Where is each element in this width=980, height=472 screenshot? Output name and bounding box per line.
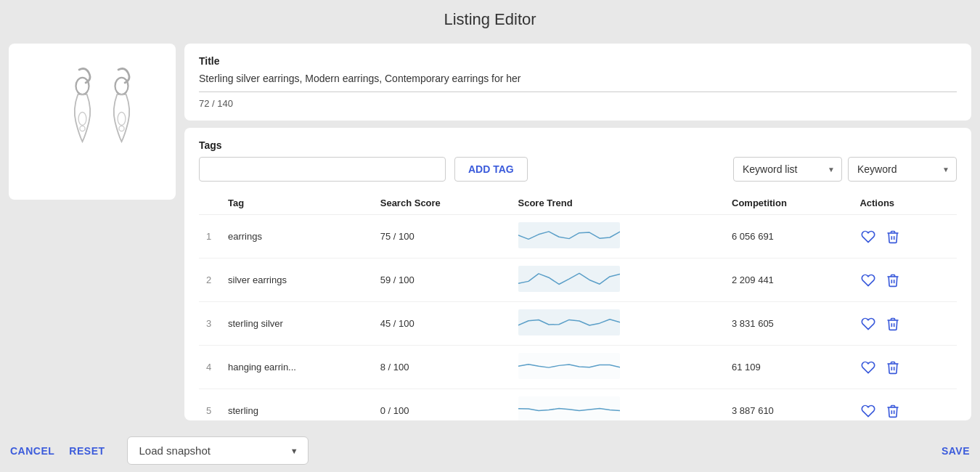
svg-point-4 [118, 112, 126, 125]
save-button[interactable]: SAVE [942, 445, 970, 457]
snapshot-select-wrapper: Load snapshot [127, 436, 309, 465]
row-num: 2 [199, 259, 221, 302]
delete-button[interactable] [884, 228, 902, 245]
row-tag: earrings [221, 215, 373, 259]
row-score: 75 / 100 [373, 215, 511, 259]
svg-point-1 [78, 112, 86, 125]
delete-button[interactable] [884, 315, 902, 333]
bottom-bar: CANCEL RESET Load snapshot SAVE [0, 429, 980, 472]
row-tag: hanging earrin... [221, 346, 373, 389]
delete-button[interactable] [884, 359, 902, 376]
keyword-wrapper: Keyword [848, 157, 957, 182]
row-score: 0 / 100 [373, 389, 511, 421]
favorite-button[interactable] [859, 402, 877, 420]
keyword-select[interactable]: Keyword [848, 157, 957, 182]
selects-group: Keyword list Keyword [733, 157, 957, 182]
row-tag: sterling [221, 389, 373, 421]
row-score: 8 / 100 [373, 346, 511, 389]
row-score: 45 / 100 [373, 302, 511, 346]
add-tag-input[interactable] [199, 157, 446, 182]
row-tag: silver earrings [221, 259, 373, 302]
row-actions [852, 389, 957, 421]
row-trend [511, 302, 725, 346]
keyword-list-select[interactable]: Keyword list [733, 157, 842, 182]
add-tag-button[interactable]: ADD TAG [454, 157, 528, 182]
svg-rect-6 [518, 222, 620, 248]
char-count: 72 / 140 [199, 98, 957, 109]
product-image [27, 57, 158, 187]
row-actions [852, 259, 957, 302]
row-actions [852, 346, 957, 389]
row-num: 4 [199, 346, 221, 389]
row-competition: 3 887 610 [724, 389, 852, 421]
row-score: 59 / 100 [373, 259, 511, 302]
tags-table: Tag Search Score Score Trend Competition… [199, 192, 957, 420]
favorite-button[interactable] [859, 315, 877, 333]
title-value: Sterling silver earrings, Modern earring… [199, 73, 957, 84]
row-num: 1 [199, 215, 221, 259]
tags-section: Tags ADD TAG Keyword list Keyword [184, 128, 971, 420]
svg-point-3 [115, 77, 128, 94]
svg-point-2 [80, 126, 85, 131]
col-trend: Score Trend [511, 192, 725, 215]
tags-label: Tags [199, 139, 957, 151]
col-actions: Actions [852, 192, 957, 215]
col-score: Search Score [373, 192, 511, 215]
row-actions [852, 302, 957, 346]
table-row: 3 sterling silver 45 / 100 3 831 605 [199, 302, 957, 346]
row-competition: 61 109 [724, 346, 852, 389]
svg-rect-8 [518, 309, 620, 335]
svg-point-5 [119, 126, 124, 131]
col-competition: Competition [724, 192, 852, 215]
cancel-button[interactable]: CANCEL [10, 445, 54, 457]
row-competition: 2 209 441 [724, 259, 852, 302]
row-num: 5 [199, 389, 221, 421]
table-row: 4 hanging earrin... 8 / 100 61 109 [199, 346, 957, 389]
svg-rect-9 [518, 353, 620, 379]
row-competition: 6 056 691 [724, 215, 852, 259]
row-trend [511, 259, 725, 302]
delete-button[interactable] [884, 272, 902, 289]
title-label: Title [199, 55, 957, 67]
favorite-button[interactable] [859, 272, 877, 289]
favorite-button[interactable] [859, 228, 877, 245]
row-trend [511, 389, 725, 421]
row-num: 3 [199, 302, 221, 346]
svg-point-0 [76, 77, 89, 94]
col-tag: Tag [221, 192, 373, 215]
svg-rect-10 [518, 396, 620, 420]
earring-illustration [34, 57, 150, 187]
table-row: 1 earrings 75 / 100 6 056 691 [199, 215, 957, 259]
table-row: 5 sterling 0 / 100 3 887 610 [199, 389, 957, 421]
table-row: 2 silver earrings 59 / 100 2 209 441 [199, 259, 957, 302]
row-actions [852, 215, 957, 259]
row-competition: 3 831 605 [724, 302, 852, 346]
keyword-list-wrapper: Keyword list [733, 157, 842, 182]
row-tag: sterling silver [221, 302, 373, 346]
editor-panel: Title Sterling silver earrings, Modern e… [184, 44, 971, 420]
reset-button[interactable]: RESET [69, 445, 105, 457]
product-image-panel [9, 44, 176, 200]
row-trend [511, 346, 725, 389]
tags-header: ADD TAG Keyword list Keyword [199, 157, 957, 182]
favorite-button[interactable] [859, 359, 877, 376]
row-trend [511, 215, 725, 259]
delete-button[interactable] [884, 402, 902, 420]
snapshot-select[interactable]: Load snapshot [127, 436, 309, 465]
title-section: Title Sterling silver earrings, Modern e… [184, 44, 971, 121]
page-title: Listing Editor [0, 0, 980, 35]
